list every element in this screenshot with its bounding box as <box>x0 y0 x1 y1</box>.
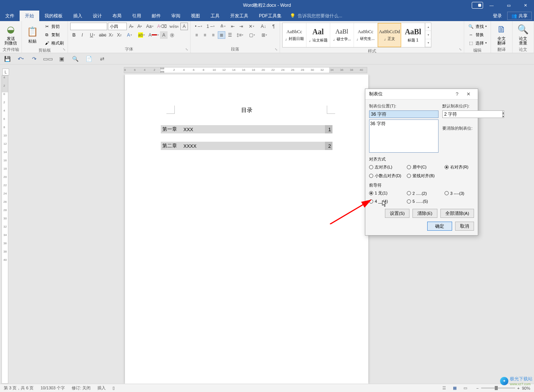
status-insert[interactable]: 插入 <box>97 385 106 391</box>
send-to-wechat-button[interactable]: ◒ 发送 到微信 <box>2 23 19 46</box>
spin-down-button[interactable]: ▾ <box>502 114 504 118</box>
qat-btn-4[interactable]: 📄 <box>85 55 92 62</box>
tab-mailings[interactable]: 邮件 <box>146 11 166 21</box>
multilevel-button[interactable]: ≛▾ <box>217 23 228 30</box>
status-track[interactable]: 修订: 关闭 <box>72 385 91 391</box>
toc-line-2[interactable]: 第二章 XXXX 2 <box>161 142 332 150</box>
horizontal-ruler[interactable]: /* markings drawn below via JS for simpl… <box>124 67 367 73</box>
redo-button[interactable]: ↷ <box>31 55 38 62</box>
radio-align-left[interactable]: 左对齐(L) <box>369 164 407 170</box>
undo-button[interactable]: ↶▾ <box>17 55 24 62</box>
distribute-button[interactable]: ☰ <box>226 31 234 39</box>
style-normal[interactable]: AaBbCcDd」正文 <box>378 23 402 47</box>
shrink-font-button[interactable]: A▾ <box>136 23 143 30</box>
radio-align-center[interactable]: 居中(C) <box>407 164 445 170</box>
indent-dec-button[interactable]: ⇤ <box>229 23 237 30</box>
radio-align-bar[interactable]: 竖线对齐(B) <box>407 173 445 179</box>
change-case-button[interactable]: Aa▾ <box>144 23 155 30</box>
styles-scroll-down[interactable]: ▾ <box>425 31 431 39</box>
textdir-button[interactable]: ✕▾ <box>246 23 257 30</box>
ok-button[interactable]: 确定 <box>427 222 452 231</box>
tab-references[interactable]: 引用 <box>127 11 146 21</box>
default-tab-spinner[interactable]: ▴▾ <box>442 110 471 118</box>
superscript-button[interactable]: X2 <box>115 31 123 39</box>
enclose-char-button[interactable]: ㊝ <box>168 31 176 39</box>
radio-leader-3[interactable]: 3 ----(3) <box>445 190 479 196</box>
phonetic-button[interactable]: wénA <box>168 23 180 30</box>
strike-button[interactable]: abc <box>99 31 106 39</box>
styles-gallery[interactable]: AaBbCc」封面日期 Aal」论文标题 AaBl」硕士学... AaBbCc」… <box>282 23 431 47</box>
linespacing-button[interactable]: ‡≡▾ <box>234 31 246 39</box>
char-shading-button[interactable]: A <box>160 31 168 39</box>
replace-button[interactable]: ↔替换 <box>466 31 488 38</box>
radio-leader-4[interactable]: 4 __(4) <box>369 199 407 204</box>
clear-format-button[interactable]: A⌫ <box>156 23 168 30</box>
find-button[interactable]: 🔍查找▾ <box>466 23 488 30</box>
zoom-control[interactable]: − + 90% <box>476 386 530 390</box>
view-web-button[interactable]: ▭ <box>461 385 469 392</box>
font-launcher[interactable]: ⤡ <box>184 47 189 52</box>
highlight-button[interactable]: ab▾ <box>136 31 147 39</box>
qat-btn-5[interactable]: ⇄ <box>99 55 106 62</box>
borders-button[interactable]: ⊞▾ <box>259 31 270 39</box>
tab-view[interactable]: 视图 <box>186 11 205 21</box>
tab-home[interactable]: 开始 <box>20 11 39 21</box>
qat-btn-1[interactable]: ▭▭ <box>45 55 51 62</box>
align-center-button[interactable]: ≡ <box>201 31 209 39</box>
styles-scroll-up[interactable]: ▴ <box>425 23 431 31</box>
font-size-input[interactable] <box>108 23 127 30</box>
tab-position-input[interactable] <box>369 110 439 118</box>
vertical-ruler[interactable]: 420246810121416182022242628303234363840 <box>2 75 8 384</box>
tell-me[interactable]: 💡 告诉我您想要做什么... <box>287 11 345 21</box>
radio-align-decimal[interactable]: 小数点对齐(D) <box>369 173 407 179</box>
align-left-button[interactable]: ≡ <box>193 31 200 39</box>
list-item[interactable]: 36 字符 <box>370 121 437 127</box>
zoom-out-button[interactable]: − <box>476 386 479 390</box>
grow-font-button[interactable]: A▴ <box>128 23 135 30</box>
style-master[interactable]: AaBl」硕士学... <box>330 23 354 47</box>
view-print-button[interactable]: ▦ <box>451 385 459 392</box>
tab-insert[interactable]: 插入 <box>68 11 88 21</box>
status-pages[interactable]: 第 3 页，共 6 页 <box>4 385 34 391</box>
clearall-button[interactable]: 全部清除(A) <box>440 209 474 218</box>
paragraph-launcher[interactable]: ⤡ <box>274 47 279 52</box>
qat-btn-2[interactable]: ▣ <box>58 55 65 62</box>
styles-launcher[interactable]: ⤡ <box>458 47 463 52</box>
subscript-button[interactable]: X2 <box>107 31 115 39</box>
tab-selector[interactable]: L <box>2 69 9 75</box>
text-effects-button[interactable]: A▾ <box>124 31 135 39</box>
radio-leader-2[interactable]: 2 .....(2) <box>407 190 445 196</box>
bullets-button[interactable]: • –▾ <box>193 23 204 30</box>
set-button[interactable]: 设置(S) <box>385 209 409 218</box>
share-button[interactable]: 👥 共享 <box>507 12 532 20</box>
underline-button[interactable]: U▾ <box>87 31 98 39</box>
tab-mytemplate[interactable]: 我的模板 <box>39 11 68 21</box>
spin-up-button[interactable]: ▴ <box>502 110 504 114</box>
view-read-button[interactable]: ☰ <box>440 385 448 392</box>
dialog-titlebar[interactable]: 制表位 ? ✕ <box>365 89 478 100</box>
default-tab-input[interactable] <box>442 110 502 118</box>
ribbon-display-options[interactable] <box>472 2 483 9</box>
radio-align-right[interactable]: 右对齐(R) <box>445 164 479 170</box>
style-graduate[interactable]: AaBbCc」研究生... <box>354 23 378 47</box>
copy-button[interactable]: ⧉复制 <box>42 31 65 38</box>
zoom-in-button[interactable]: + <box>517 386 520 390</box>
font-name-input[interactable] <box>70 23 107 30</box>
zoom-label[interactable]: 90% <box>522 386 530 390</box>
sort-button[interactable]: A↓ <box>258 23 269 30</box>
cut-button[interactable]: ✂剪切 <box>42 23 65 30</box>
dialog-close-button[interactable]: ✕ <box>463 91 474 97</box>
numbering-button[interactable]: 1 –▾ <box>205 23 216 30</box>
tab-layout[interactable]: 布局 <box>107 11 127 21</box>
char-border-button[interactable]: A <box>180 23 188 30</box>
tab-developer[interactable]: 开发工具 <box>225 11 254 21</box>
toc-line-1[interactable]: 第一章 XXX 1 <box>161 125 332 133</box>
close-button[interactable]: ✕ <box>517 0 534 11</box>
radio-leader-1[interactable]: 1 无(1) <box>369 190 407 196</box>
bold-button[interactable]: B <box>70 31 78 39</box>
clipboard-launcher[interactable]: ⤡ <box>62 47 67 52</box>
qat-btn-3[interactable]: 🔍 <box>72 55 78 62</box>
status-words[interactable]: 10/1303 个字 <box>40 385 65 391</box>
login-button[interactable]: 登录 <box>488 11 507 21</box>
zoom-slider[interactable] <box>481 387 515 389</box>
